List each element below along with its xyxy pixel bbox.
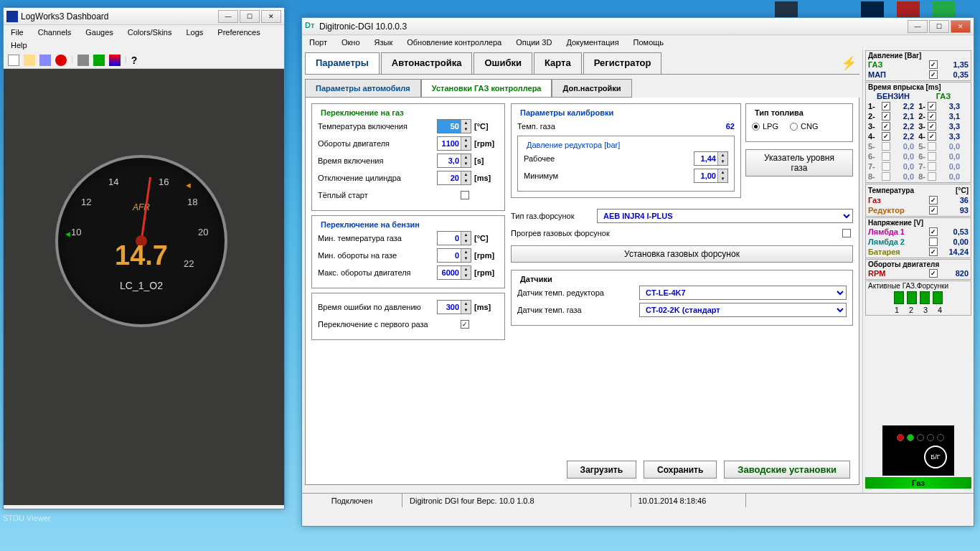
warm-inj-label: Прогрев газовых форсунок — [511, 229, 840, 237]
factory-button[interactable]: Заводские установки — [724, 461, 850, 479]
err-time-input[interactable]: ▲▼ — [437, 300, 471, 314]
record-icon[interactable] — [55, 55, 67, 66]
menu-channels[interactable]: Channels — [35, 27, 74, 38]
menu-update[interactable]: Обновление контроллера — [404, 37, 504, 48]
min-rpm-input[interactable]: ▲▼ — [437, 248, 471, 263]
min-temp-label: Мин. температура газа — [318, 234, 437, 242]
orange-marker-icon: ◄ — [184, 181, 192, 189]
main-tabs: Параметры Автонастройка Ошибки Карта Рег… — [305, 52, 859, 75]
err-time-label: Время ошибки по давлению — [318, 303, 437, 311]
temp-on-input[interactable]: ▲▼ — [437, 119, 471, 133]
bg-button[interactable]: Б/Г — [924, 446, 947, 468]
menu-lang[interactable]: Язык — [372, 37, 396, 48]
red-sensor-label: Датчик темп. редуктора — [517, 288, 639, 297]
time-on-label: Время включения — [318, 156, 437, 165]
load-button[interactable]: Загрузить — [567, 461, 636, 479]
min-rpm-label: Мин. обороты на газе — [318, 251, 437, 260]
gas-temp-value: 62 — [706, 122, 735, 131]
digitronic-window: Dт Digitronic-DGI 10.0.0.3 — ☐ ✕ Порт Ок… — [301, 17, 974, 527]
level-indicator-button[interactable]: Указатель уровня газа — [745, 149, 853, 176]
gauge-name: LC_1_O2 — [58, 280, 225, 291]
stdu-label: STDU Viewer — [3, 514, 50, 522]
inj-time-title: Время впрыска [ms] — [868, 83, 969, 91]
maximize-button[interactable]: ☐ — [929, 20, 949, 33]
menu-port[interactable]: Порт — [306, 37, 330, 48]
subtab-vehicle[interactable]: Параметры автомобиля — [305, 79, 421, 98]
cyl-off-input[interactable]: ▲▼ — [437, 171, 471, 185]
menu-logs[interactable]: Logs — [184, 27, 207, 38]
gas-mode-status: Газ — [865, 477, 971, 489]
menu-gauges[interactable]: Gauges — [83, 27, 116, 38]
status-connection: Подключен — [302, 494, 402, 507]
open-icon[interactable] — [24, 55, 35, 66]
warm-start-checkbox[interactable] — [461, 191, 469, 199]
menu-file[interactable]: File — [8, 27, 27, 38]
colors-icon[interactable] — [109, 55, 121, 66]
save-icon[interactable] — [39, 55, 51, 66]
setup-inj-button[interactable]: Установка газовых форсунок — [511, 245, 853, 263]
time-on-input[interactable]: ▲▼ — [437, 154, 471, 168]
logworks-titlebar[interactable]: LogWorks3 Dashboard — ☐ ✕ — [4, 8, 284, 25]
connection-icon: ⚡ — [838, 52, 859, 74]
menu-window[interactable]: Окно — [339, 37, 363, 48]
menu-prefs[interactable]: Preferences — [215, 27, 263, 38]
tick: 14 — [108, 176, 118, 187]
close-button[interactable]: ✕ — [261, 10, 281, 23]
cng-radio[interactable] — [790, 123, 798, 131]
wrench-icon[interactable] — [77, 55, 89, 66]
tab-params[interactable]: Параметры — [305, 52, 380, 74]
calib-legend: Параметры калибровки — [517, 108, 616, 117]
afr-gauge[interactable]: 10 12 14 16 18 20 22 ◄ ◄ AFR 14.7 LC_1_O… — [55, 155, 227, 327]
first-switch-label: Переключение с первого раза — [318, 320, 458, 329]
status-version: Digitronic DGI four Верс. 10.0 1.0.8 — [402, 494, 631, 507]
menu-help[interactable]: Help — [8, 39, 30, 51]
gas-sensor-select[interactable]: CT-02-2K (стандарт — [639, 303, 847, 317]
injector-indicator — [894, 291, 904, 304]
digitronic-icon: Dт — [305, 21, 316, 32]
digitronic-titlebar[interactable]: Dт Digitronic-DGI 10.0.0.3 — ☐ ✕ — [302, 18, 974, 35]
logworks-menubar2: Help — [4, 39, 284, 52]
menu-docs[interactable]: Документация — [563, 37, 621, 48]
inj-type-select[interactable]: AEB INJR4 I-PLUS — [597, 209, 853, 223]
digitronic-menubar: Порт Окно Язык Обновление контроллера Оп… — [302, 35, 974, 50]
inj-type-label: Тип газ.форсунок — [511, 212, 597, 220]
min-temp-input[interactable]: ▲▼ — [437, 231, 471, 245]
red-sensor-select[interactable]: CT-LE-4K7 — [639, 286, 847, 300]
min-press-label: Минимум — [524, 171, 694, 180]
rpm-input[interactable]: ▲▼ — [437, 136, 471, 151]
new-icon[interactable] — [8, 55, 19, 66]
help-icon[interactable]: ? — [131, 55, 143, 66]
subtab-extra[interactable]: Доп.настройки — [552, 79, 631, 98]
lpg-radio[interactable] — [752, 123, 760, 131]
minimize-button[interactable]: — — [908, 20, 928, 33]
close-button[interactable]: ✕ — [951, 20, 971, 33]
tab-recorder[interactable]: Регистратор — [583, 52, 662, 74]
temp-on-label: Температура включения — [318, 122, 437, 131]
menu-help[interactable]: Помощь — [631, 37, 667, 48]
warm-inj-checkbox[interactable] — [842, 229, 851, 237]
menu-colors[interactable]: Colors/Skins — [125, 27, 175, 38]
minimize-button[interactable]: — — [218, 10, 238, 23]
gauge-label: AFR — [58, 202, 225, 212]
save-button[interactable]: Сохранить — [644, 461, 717, 479]
work-press-input[interactable]: ▲▼ — [694, 151, 728, 166]
pressure-title: Давление [Bar] — [868, 52, 969, 60]
switch-gas-legend: Переключение на газ — [318, 108, 407, 117]
gauge-icon[interactable] — [93, 55, 105, 66]
subtab-gas[interactable]: Установки ГАЗ контроллера — [421, 79, 552, 98]
tab-errors[interactable]: Ошибки — [473, 52, 532, 74]
max-rpm-label: Макс. обороты двигателя — [318, 268, 437, 277]
first-switch-checkbox[interactable]: ✓ — [461, 320, 469, 329]
injector-indicator — [933, 291, 943, 304]
gauge-area: 10 12 14 16 18 20 22 ◄ ◄ AFR 14.7 LC_1_O… — [4, 69, 284, 505]
logworks-icon — [6, 11, 18, 22]
menu-3d[interactable]: Опции 3D — [513, 37, 555, 48]
min-press-input[interactable]: ▲▼ — [694, 169, 728, 183]
tick: 16 — [159, 176, 169, 187]
maximize-button[interactable]: ☐ — [240, 10, 260, 23]
logworks-toolbar: | | ? — [4, 52, 284, 69]
max-rpm-input[interactable]: ▲▼ — [437, 265, 471, 280]
tab-autotune[interactable]: Автонастройка — [381, 52, 473, 74]
tab-map[interactable]: Карта — [534, 52, 582, 74]
logworks-window: LogWorks3 Dashboard — ☐ ✕ File Channels … — [3, 7, 285, 509]
